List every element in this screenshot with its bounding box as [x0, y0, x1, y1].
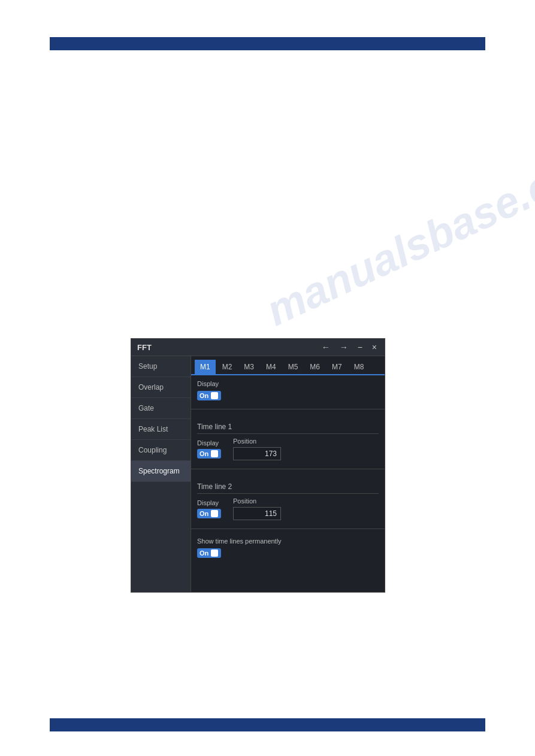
sidebar-item-gate[interactable]: Gate — [131, 398, 191, 419]
display-section: Display On — [191, 375, 385, 405]
timeline2-display-label: Display — [197, 499, 221, 506]
divider-3 — [191, 529, 385, 529]
timeline2-position-input[interactable] — [233, 507, 281, 520]
sidebar-item-setup[interactable]: Setup — [131, 356, 191, 377]
tab-m8[interactable]: M8 — [349, 360, 370, 374]
timeline1-display-group: Display On — [197, 439, 221, 459]
display-toggle-label: On — [200, 392, 208, 399]
timeline2-toggle-label: On — [200, 510, 208, 517]
dialog-close-button[interactable]: × — [370, 342, 379, 352]
tab-m4[interactable]: M4 — [261, 360, 282, 374]
tab-m6[interactable]: M6 — [304, 360, 325, 374]
timeline1-position-label: Position — [233, 438, 281, 445]
timeline2-display-toggle[interactable]: On — [197, 509, 221, 518]
timeline1-position-group: Position — [233, 438, 281, 460]
sidebar-item-peak-list[interactable]: Peak List — [131, 419, 191, 440]
tab-m7[interactable]: M7 — [327, 360, 347, 374]
timeline1-display-toggle[interactable]: On — [197, 449, 221, 459]
timeline1-row: Display On Position — [197, 438, 379, 460]
display-toggle-indicator — [211, 392, 218, 399]
dialog-minimize-button[interactable]: − — [356, 342, 364, 352]
timeline1-display-label: Display — [197, 439, 221, 447]
sidebar-item-spectrogram[interactable]: Spectrogram — [131, 461, 191, 482]
divider-2 — [191, 469, 385, 469]
dialog-title: FFT — [137, 343, 152, 352]
display-toggle[interactable]: On — [197, 391, 221, 400]
timeline2-title: Time line 2 — [197, 482, 379, 494]
tab-m3[interactable]: M3 — [238, 360, 259, 374]
top-bar — [50, 37, 485, 50]
dialog-left-arrow-button[interactable]: ← — [320, 342, 332, 352]
tabs-row: M1 M2 M3 M4 M5 M6 M7 M8 — [191, 356, 385, 375]
fft-dialog: FFT ← → − × Setup Overlap Gate Peak List… — [131, 338, 385, 593]
bottom-bar — [50, 718, 485, 731]
show-timelines-label: Show time lines permanently — [197, 538, 379, 545]
dialog-body: Setup Overlap Gate Peak List Coupling Sp… — [131, 356, 385, 592]
show-timelines-toggle-label: On — [200, 549, 208, 557]
timeline1-position-input[interactable] — [233, 447, 281, 460]
main-content: M1 M2 M3 M4 M5 M6 M7 M8 Display On Ti — [191, 356, 385, 592]
sidebar-item-overlap[interactable]: Overlap — [131, 377, 191, 398]
tab-m2[interactable]: M2 — [217, 360, 238, 374]
timeline2-row: Display On Position — [197, 497, 379, 520]
timeline2-toggle-indicator — [211, 510, 218, 517]
timeline1-section: Time line 1 Display On Position — [191, 413, 385, 465]
divider-1 — [191, 409, 385, 409]
display-label: Display — [197, 380, 379, 387]
show-timelines-section: Show time lines permanently On — [191, 533, 385, 563]
tab-m1[interactable]: M1 — [195, 360, 216, 374]
timeline2-position-label: Position — [233, 497, 281, 505]
timeline1-toggle-label: On — [200, 450, 208, 457]
timeline1-toggle-indicator — [211, 450, 218, 457]
dialog-controls: ← → − × — [320, 342, 379, 352]
timeline2-section: Time line 2 Display On Position — [191, 473, 385, 525]
show-timelines-toggle-indicator — [211, 549, 218, 557]
watermark: manualsbase.com — [259, 133, 535, 335]
timeline2-position-group: Position — [233, 497, 281, 520]
dialog-titlebar: FFT ← → − × — [131, 339, 385, 356]
sidebar-item-coupling[interactable]: Coupling — [131, 440, 191, 461]
sidebar: Setup Overlap Gate Peak List Coupling Sp… — [131, 356, 191, 592]
dialog-right-arrow-button[interactable]: → — [338, 342, 350, 352]
show-timelines-toggle[interactable]: On — [197, 548, 221, 558]
timeline2-display-group: Display On — [197, 499, 221, 518]
timeline1-title: Time line 1 — [197, 423, 379, 434]
tab-m5[interactable]: M5 — [283, 360, 304, 374]
